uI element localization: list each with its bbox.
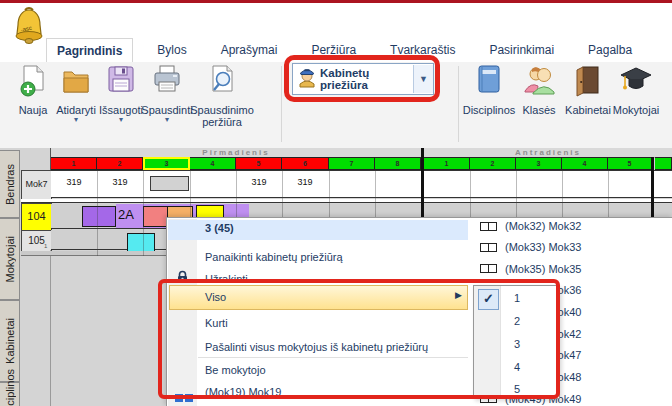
cell-mok7-3-selected[interactable] — [150, 176, 189, 191]
menu-item-pasalinti[interactable]: Pašalinti visus mokytojus iš kabinetų pr… — [205, 341, 428, 353]
period-a6-partial[interactable] — [655, 157, 672, 170]
cell-mok7-2[interactable]: 319 — [97, 177, 143, 187]
period-a3[interactable]: 3 — [516, 157, 562, 170]
menu-item-uzrakinti[interactable]: Užrakinti — [205, 273, 248, 285]
cell-mok7-1[interactable]: 319 — [51, 177, 97, 187]
save-floppy-icon — [105, 84, 137, 101]
book-icon — [474, 84, 504, 101]
submenu-item-1[interactable]: 1 — [514, 292, 520, 304]
period-6[interactable]: 6 — [282, 157, 329, 170]
tab-bylos[interactable]: Bylos — [147, 38, 196, 62]
supervisor-icon — [297, 66, 317, 92]
period-a2[interactable]: 2 — [470, 157, 516, 170]
new-document-icon — [17, 84, 49, 101]
menu-item-mok19[interactable]: (Mok19) Mok19 — [205, 386, 281, 398]
open-folder-icon — [60, 84, 92, 101]
day-header-pirmadienis: Pirmadienis — [51, 148, 421, 157]
sidebar-tab-disciplinos[interactable]: Disciplinos — [0, 382, 20, 406]
cell-mok7-6[interactable]: 319 — [282, 177, 328, 187]
context-menu-gutter — [168, 219, 197, 406]
teachers-button[interactable]: Mokytojai — [609, 64, 663, 116]
mode-combobox-value: Kabinetų priežiūra — [320, 67, 413, 91]
period-3-selected[interactable]: 3 — [143, 157, 190, 170]
sidebar-tab-mokytojai[interactable]: Mokytojai — [0, 218, 20, 300]
checkmark-icon: ✓ — [478, 289, 499, 310]
tab-pasirinkimai[interactable]: Pasirinkimai — [479, 38, 564, 62]
row-header-105[interactable]: 105 — [21, 230, 52, 252]
print-preview-button[interactable]: Spausdinimo peržiūra — [190, 64, 254, 128]
menu-item-mok32[interactable]: (Mok32) Mok32 — [505, 220, 581, 232]
asc-bell-icon[interactable]: -asc — [12, 7, 46, 45]
lesson-cell-cyan[interactable] — [127, 233, 155, 252]
tab-pagalba[interactable]: Pagalba — [578, 38, 642, 62]
door-icon — [573, 84, 603, 101]
period-a4[interactable]: 4 — [562, 157, 608, 170]
students-icon — [523, 84, 555, 101]
blue-squares-icon — [175, 388, 193, 406]
period-8[interactable]: 8 — [375, 157, 421, 170]
graduation-cap-icon — [619, 84, 653, 101]
print-preview-icon — [206, 84, 238, 101]
period-1[interactable]: 1 — [51, 157, 97, 170]
menu-item-mok33[interactable]: (Mok33) Mok33 — [505, 241, 581, 253]
menu-header-count: 3 (45) — [205, 222, 234, 234]
mode-combobox[interactable]: Kabinetų priežiūra ▼ — [292, 63, 434, 95]
tab-perziura[interactable]: Peržiūra — [301, 38, 366, 62]
day-header-antradienis: Antradienis — [424, 148, 672, 157]
print-button[interactable]: Spausdinti ▾ — [140, 64, 194, 124]
submenu-item-5[interactable]: 5 — [514, 383, 520, 395]
menu-item-be-mokytojo[interactable]: Be mokytojo — [205, 364, 266, 376]
ribbon-group-divider-2 — [458, 66, 459, 142]
class-badge-2a: 2A — [118, 207, 134, 222]
classes-button[interactable]: Klasės — [512, 64, 566, 116]
row-105-subscript: 1 — [44, 243, 47, 249]
submenu-item-2[interactable]: 2 — [514, 315, 520, 327]
sidebar-tab-bendras[interactable]: Bendras — [0, 150, 20, 218]
row-header-mok7[interactable]: Mok7 — [21, 170, 52, 200]
tab-tvarkarastis[interactable]: Tvarkaraštis — [380, 38, 465, 62]
cell-mok7-5[interactable]: 319 — [236, 177, 282, 187]
print-dropdown-caret[interactable]: ▾ — [140, 116, 194, 124]
submenu-item-3[interactable]: 3 — [514, 338, 520, 350]
period-4[interactable]: 4 — [190, 157, 236, 170]
lesson-cell-purple[interactable] — [82, 206, 116, 227]
tab-pagrindinis[interactable]: Pagrindinis — [46, 38, 133, 62]
app-window: -asc Pagrindinis Bylos Aprašymai Peržiūr… — [0, 0, 672, 406]
menu-item-viso[interactable]: Viso — [205, 291, 226, 303]
menu-item-panaikinti[interactable]: Panaikinti kabinetų priežiūrą — [205, 251, 343, 263]
window-top-accent — [0, 0, 672, 3]
menu-item-mok35[interactable]: (Mok35) Mok35 — [505, 263, 581, 275]
ribbon-group-divider — [281, 66, 282, 142]
ribbon-tab-bar: Pagrindinis Bylos Aprašymai Peržiūra Tva… — [46, 38, 656, 62]
row-header-104[interactable]: 104 — [21, 203, 52, 231]
row-mok7 — [51, 170, 672, 198]
period-2[interactable]: 2 — [97, 157, 143, 170]
period-a5[interactable]: 5 — [608, 157, 652, 170]
room-pane-icon — [480, 243, 497, 252]
period-5[interactable]: 5 — [236, 157, 282, 170]
period-a1[interactable]: 1 — [424, 157, 470, 170]
context-menu: 3 (45) Panaikinti kabinetų priežiūrą Užr… — [166, 217, 672, 406]
disciplines-button[interactable]: Disciplinos — [462, 64, 516, 116]
tab-aprasymai[interactable]: Aprašymai — [211, 38, 288, 62]
viso-submenu: ✓ 1 2 3 4 5 — [473, 285, 560, 399]
room-pane-icon — [480, 222, 497, 231]
rooms-button[interactable]: Kabinetai — [561, 64, 615, 116]
submenu-arrow-icon: ▶ — [455, 290, 462, 300]
menu-separator — [198, 357, 468, 358]
ribbon: Nauja Atidaryti ▾ Išsaugoti — [0, 62, 672, 149]
period-7[interactable]: 7 — [329, 157, 375, 170]
submenu-item-4[interactable]: 4 — [514, 361, 520, 373]
room-pane-icon — [480, 264, 497, 273]
mode-combobox-dropdown-caret[interactable]: ▼ — [413, 65, 433, 93]
printer-icon — [151, 84, 183, 101]
menu-item-kurti[interactable]: Kurti — [205, 317, 228, 329]
